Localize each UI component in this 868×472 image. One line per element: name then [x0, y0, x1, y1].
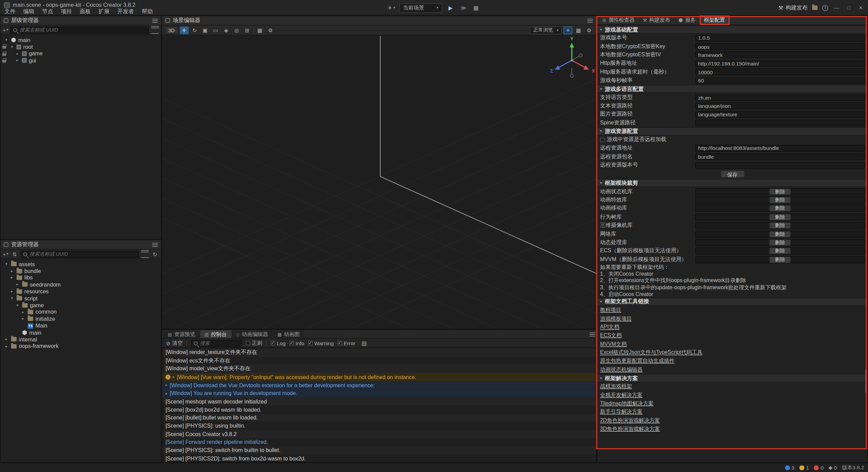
- doc-link[interactable]: ECS文档: [600, 332, 622, 339]
- log-row-info[interactable]: [Scene] Forward render pipeline initiali…: [162, 438, 596, 446]
- scene-viewport[interactable]: Y X Z: [162, 36, 596, 329]
- expand-arrow-icon[interactable]: ▸: [20, 310, 25, 314]
- log-row-info[interactable]: ▸[Window] Download the Vue Devtools exte…: [162, 381, 596, 389]
- tab-console[interactable]: ▥控制台: [200, 330, 231, 338]
- minimize-button[interactable]: —: [833, 4, 841, 12]
- assets-search-input[interactable]: 搜索名称或 UUID: [21, 250, 139, 257]
- menu-help[interactable]: 帮助: [138, 8, 157, 16]
- tree-node-root[interactable]: ▾ root: [1, 43, 161, 50]
- menu-file[interactable]: 文件: [1, 8, 20, 16]
- export-log-icon[interactable]: ▤: [360, 339, 368, 347]
- log-row[interactable]: [Scene] [bullet]:bullet wasm lib loaded.: [162, 414, 596, 422]
- doc-link[interactable]: API文档: [600, 323, 619, 331]
- gizmo-settings-icon[interactable]: ⚙: [266, 26, 275, 34]
- log-row[interactable]: [Scene] Cocos Creator v3.8.2: [162, 430, 596, 438]
- asset-resources[interactable]: ▸resources: [1, 288, 161, 295]
- pivot-toggle-icon[interactable]: ◎: [232, 26, 241, 34]
- tab-build-publish[interactable]: ⚒构建发布: [639, 16, 674, 24]
- preview-platform-button[interactable]: ✈▾: [388, 5, 395, 11]
- tab-animation-graph[interactable]: ▦动画图: [273, 330, 304, 338]
- section-game-basic[interactable]: ▾游戏基础配置: [597, 25, 868, 34]
- asset-assets[interactable]: ▾assets: [1, 261, 161, 268]
- expand-arrow-icon[interactable]: ▸: [165, 383, 167, 387]
- log-row[interactable]: [Scene] [box2d]:box2d wasm lib loaded.: [162, 406, 596, 414]
- filter-warning-checkbox[interactable]: ✓Warning: [308, 340, 334, 346]
- log-row[interactable]: [Scene] meshopt wasm decoder initialized: [162, 397, 596, 406]
- input-crypto-iv[interactable]: framework: [695, 52, 865, 59]
- clear-console-button[interactable]: ⊘清空: [166, 339, 183, 347]
- scene-select[interactable]: 当前场景▾: [399, 3, 442, 13]
- log-row[interactable]: [Scene] [PHYSICS]: using builtin.: [162, 422, 596, 430]
- scene-grid-toggle-icon[interactable]: ▦: [574, 26, 583, 34]
- asset-libs[interactable]: ▸libs: [1, 274, 161, 281]
- console-search-input[interactable]: 搜索: [191, 339, 242, 347]
- refresh-icon[interactable]: ↻: [151, 250, 159, 258]
- scene-light-toggle-icon[interactable]: ☀: [564, 26, 572, 34]
- rotate-tool-icon[interactable]: ↻: [190, 26, 199, 34]
- solution-link[interactable]: 3D角色扮演游戏解决方案: [600, 426, 660, 433]
- log-row[interactable]: [Scene] [PHYSICS2D]: switch from box2d-w…: [162, 454, 596, 462]
- build-publish-button[interactable]: ⚒构建发布: [778, 4, 808, 12]
- asset-bundle[interactable]: ▸bundle: [1, 268, 161, 274]
- solution-link[interactable]: 2D角色扮演游戏解决方案: [600, 417, 660, 424]
- close-button[interactable]: ✕: [857, 4, 865, 12]
- doc-link[interactable]: 动画状态机编辑器: [600, 366, 643, 373]
- delete-button[interactable]: 删除: [769, 214, 790, 220]
- panel-menu-icon[interactable]: [152, 243, 158, 247]
- solution-link[interactable]: Tiledmap地图解决方案: [600, 400, 654, 407]
- input-remote-bundle[interactable]: bundle: [695, 154, 865, 160]
- expand-arrow-icon[interactable]: ▸: [15, 58, 20, 63]
- asset-main-ts[interactable]: TSMain: [1, 322, 161, 329]
- expand-arrow-icon[interactable]: ▸: [9, 289, 15, 294]
- save-button[interactable]: 保存: [721, 171, 744, 178]
- solution-link[interactable]: 全栈开发解决方案: [600, 392, 643, 399]
- menu-project[interactable]: 项目: [57, 8, 76, 16]
- inspector-scrollbar[interactable]: [865, 369, 867, 393]
- error-count-badge[interactable]: 0: [814, 465, 824, 471]
- doc-link[interactable]: Excel格式转Json文件与TypeScript代码工具: [600, 349, 703, 356]
- input-spine-path[interactable]: [695, 120, 865, 126]
- filter-error-checkbox[interactable]: ✓Error: [337, 340, 355, 346]
- solution-link[interactable]: 战棋游戏框架: [600, 383, 632, 390]
- tab-service[interactable]: 服务: [675, 16, 699, 24]
- tab-framework-config[interactable]: 框架配置: [700, 16, 729, 24]
- expand-arrow-icon[interactable]: ▸: [9, 276, 15, 280]
- log-row[interactable]: [Window] model_view文件夹不存在: [162, 365, 596, 373]
- input-game-version[interactable]: 1.0.5: [695, 35, 865, 41]
- collapse-arrow-icon[interactable]: ▾: [15, 303, 20, 308]
- help-icon[interactable]: ?: [822, 5, 828, 11]
- expand-arrow-icon[interactable]: ▸: [173, 375, 175, 379]
- asset-game[interactable]: ▾game: [1, 302, 161, 309]
- preview-window-button[interactable]: ▦: [472, 3, 480, 12]
- input-http-timeout[interactable]: 10000: [695, 69, 865, 76]
- scale-tool-icon[interactable]: ▣: [201, 26, 210, 34]
- input-http-server[interactable]: http://192.168.0.150/main/: [695, 60, 865, 67]
- section-solutions[interactable]: ▾框架解决方案: [597, 374, 868, 382]
- delete-button[interactable]: 删除: [769, 231, 790, 237]
- rect-tool-icon[interactable]: ▭: [211, 26, 220, 34]
- panel-menu-icon[interactable]: [590, 332, 595, 336]
- doc-link[interactable]: 教程项目: [600, 307, 622, 314]
- doc-link[interactable]: 游戏模板项目: [600, 315, 632, 322]
- section-doc-links[interactable]: ▾框架文档工具链接: [597, 298, 868, 306]
- tree-node-main[interactable]: ▾ main: [1, 37, 161, 43]
- input-lang-json-path[interactable]: language/json: [695, 103, 865, 110]
- panel-menu-icon[interactable]: [587, 19, 593, 22]
- expand-arrow-icon[interactable]: ▸: [9, 269, 15, 273]
- tree-node-gui[interactable]: ▸ gui: [1, 57, 161, 64]
- remote-load-checkbox[interactable]: [600, 138, 605, 142]
- collapse-arrow-icon[interactable]: ▾: [4, 38, 9, 42]
- console-log-list[interactable]: [Window] render_texture文件夹不存在 [Window] e…: [162, 349, 596, 462]
- delete-button[interactable]: 删除: [769, 197, 790, 203]
- collapse-arrow-icon[interactable]: ▾: [9, 44, 15, 49]
- panel-menu-icon[interactable]: [152, 19, 158, 22]
- section-multi-language[interactable]: ▾游戏多语言配置: [597, 85, 868, 93]
- menu-edit[interactable]: 编辑: [19, 8, 38, 16]
- log-row[interactable]: [Scene] [PHYSICS]: switch from builtin t…: [162, 446, 596, 454]
- asset-initialize[interactable]: ▸initialize: [1, 315, 161, 322]
- expand-arrow-icon[interactable]: ▸: [4, 344, 9, 349]
- tab-property-inspector[interactable]: ◎属性检查器: [598, 16, 638, 24]
- asset-common[interactable]: ▸common: [1, 309, 161, 315]
- tab-animation-editor[interactable]: ◇动画编辑器: [232, 330, 272, 338]
- collapse-arrow-icon[interactable]: ▾: [9, 296, 15, 300]
